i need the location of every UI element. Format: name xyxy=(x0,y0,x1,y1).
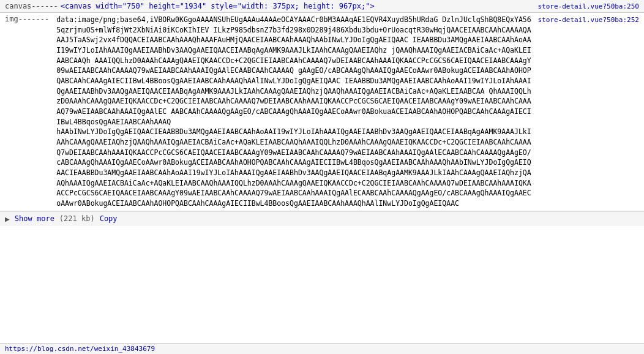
canvas-label: canvas------ xyxy=(5,2,58,10)
canvas-source-link[interactable]: store-detail.vue?50ba:250 xyxy=(537,2,639,10)
main-container: canvas------ <canvas width="750" height=… xyxy=(0,0,644,226)
img-row: img------- data:image/png;base64,iVBORw0… xyxy=(0,13,644,211)
img-label: img------- xyxy=(5,15,49,23)
expand-arrow-icon[interactable]: ▶ xyxy=(5,214,10,224)
canvas-row-left: canvas------ <canvas width="750" height=… xyxy=(5,2,535,10)
canvas-row: canvas------ <canvas width="750" height=… xyxy=(0,0,644,13)
show-more-link[interactable]: Show more xyxy=(15,214,54,223)
show-more-size: (221 kb) xyxy=(59,214,95,223)
code-text: data:image/png;base64,iVBORw0KGgoAAAANSU… xyxy=(56,15,533,209)
img-source-link[interactable]: store-detail.vue?50ba:252 xyxy=(537,16,639,24)
bottom-bar: ▶ Show more (221 kb) Copy xyxy=(0,211,644,226)
url-text: https://blog.csdn.net/weixin_43843679 xyxy=(5,345,155,353)
img-row-left: img------- data:image/png;base64,iVBORw0… xyxy=(5,15,537,209)
copy-button[interactable]: Copy xyxy=(100,214,118,223)
code-block: data:image/png;base64,iVBORw0KGgoAAAANSU… xyxy=(51,15,537,209)
url-bar: https://blog.csdn.net/weixin_43843679 xyxy=(0,343,644,354)
canvas-tag: <canvas width="750" height="1934" style=… xyxy=(61,2,375,10)
